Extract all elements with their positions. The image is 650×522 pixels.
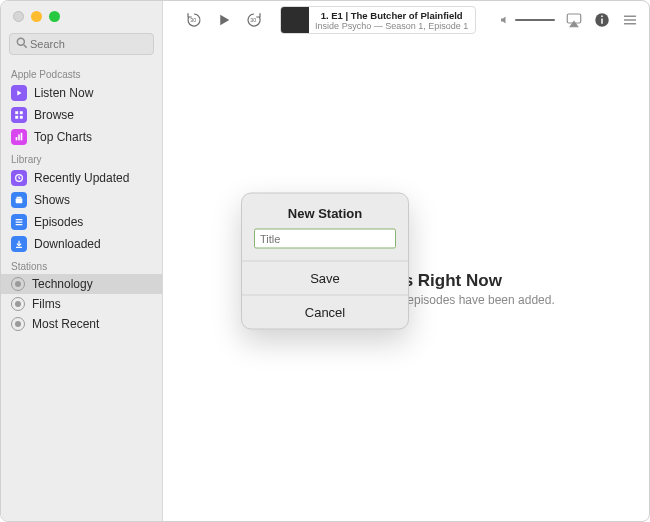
now-playing-artwork xyxy=(281,6,309,34)
volume-control[interactable] xyxy=(499,14,555,26)
app-window: Apple Podcasts Listen Now Browse Top Cha… xyxy=(0,0,650,522)
save-button[interactable]: Save xyxy=(242,261,408,295)
sidebar-item-listen-now[interactable]: Listen Now xyxy=(1,82,162,104)
rewind-30-icon[interactable]: 30 xyxy=(185,11,203,29)
clock-icon xyxy=(11,170,27,186)
cancel-button[interactable]: Cancel xyxy=(242,295,408,329)
search-icon xyxy=(15,36,29,50)
download-icon xyxy=(11,236,27,252)
window-controls xyxy=(13,11,60,22)
section-label-apple-podcasts: Apple Podcasts xyxy=(1,63,162,82)
section-label-stations: Stations xyxy=(1,255,162,274)
svg-text:30: 30 xyxy=(250,17,256,23)
sidebar-item-label: Shows xyxy=(34,193,70,207)
sidebar-item-episodes[interactable]: Episodes xyxy=(1,211,162,233)
play-icon[interactable] xyxy=(215,11,233,29)
sidebar-item-label: Technology xyxy=(32,277,93,291)
sidebar-item-recently-updated[interactable]: Recently Updated xyxy=(1,167,162,189)
airplay-icon[interactable] xyxy=(565,11,583,29)
svg-marker-22 xyxy=(570,22,578,27)
toolbar: 30 30 1. E1 | The Butcher of Plainfield … xyxy=(163,1,649,39)
svg-rect-24 xyxy=(601,19,603,24)
station-icon xyxy=(11,317,25,331)
svg-rect-3 xyxy=(15,111,18,114)
station-icon xyxy=(11,297,25,311)
section-label-library: Library xyxy=(1,148,162,167)
sidebar-item-label: Recently Updated xyxy=(34,171,129,185)
svg-marker-20 xyxy=(501,17,506,24)
svg-rect-4 xyxy=(20,111,23,114)
station-icon xyxy=(11,277,25,291)
sidebar-item-films[interactable]: Films xyxy=(1,294,162,314)
sidebar-item-shows[interactable]: Shows xyxy=(1,189,162,211)
svg-rect-8 xyxy=(18,135,20,141)
sidebar-item-label: Episodes xyxy=(34,215,83,229)
list-icon xyxy=(11,214,27,230)
forward-30-icon[interactable]: 30 xyxy=(245,11,263,29)
sidebar-item-downloaded[interactable]: Downloaded xyxy=(1,233,162,255)
sidebar-item-most-recent[interactable]: Most Recent xyxy=(1,314,162,334)
now-playing-subtitle: Inside Psycho — Season 1, Episode 1 xyxy=(315,21,469,31)
svg-line-1 xyxy=(24,45,27,48)
svg-rect-11 xyxy=(16,198,23,203)
svg-rect-5 xyxy=(15,116,18,119)
new-station-dialog: New Station Save Cancel xyxy=(241,193,409,330)
svg-point-0 xyxy=(17,38,24,45)
sidebar-item-label: Browse xyxy=(34,108,74,122)
svg-marker-18 xyxy=(220,15,229,26)
svg-rect-25 xyxy=(601,16,603,18)
volume-slider[interactable] xyxy=(515,19,555,21)
now-playing-title: 1. E1 | The Butcher of Plainfield xyxy=(315,10,469,21)
play-circle-icon xyxy=(11,85,27,101)
minimize-window-button[interactable] xyxy=(31,11,42,22)
sidebar-item-label: Films xyxy=(32,297,61,311)
sidebar-item-label: Listen Now xyxy=(34,86,93,100)
playlist-icon[interactable] xyxy=(621,11,639,29)
chart-icon xyxy=(11,129,27,145)
svg-marker-2 xyxy=(17,91,21,96)
speaker-icon xyxy=(499,14,511,26)
sidebar-item-technology[interactable]: Technology xyxy=(1,274,162,294)
search-input[interactable] xyxy=(9,33,154,55)
sidebar-item-label: Most Recent xyxy=(32,317,99,331)
svg-text:30: 30 xyxy=(190,17,196,23)
sidebar-item-browse[interactable]: Browse xyxy=(1,104,162,126)
stack-icon xyxy=(11,192,27,208)
svg-rect-7 xyxy=(16,137,18,140)
svg-rect-9 xyxy=(21,133,23,141)
now-playing[interactable]: 1. E1 | The Butcher of Plainfield Inside… xyxy=(280,6,476,34)
sidebar-item-label: Downloaded xyxy=(34,237,101,251)
dialog-title: New Station xyxy=(242,194,408,229)
grid-icon xyxy=(11,107,27,123)
info-icon[interactable] xyxy=(593,11,611,29)
station-title-input[interactable] xyxy=(254,229,396,249)
sidebar-item-top-charts[interactable]: Top Charts xyxy=(1,126,162,148)
close-window-button[interactable] xyxy=(13,11,24,22)
zoom-window-button[interactable] xyxy=(49,11,60,22)
svg-rect-6 xyxy=(20,116,23,119)
svg-rect-12 xyxy=(17,197,22,198)
sidebar-item-label: Top Charts xyxy=(34,130,92,144)
sidebar: Apple Podcasts Listen Now Browse Top Cha… xyxy=(1,1,163,521)
